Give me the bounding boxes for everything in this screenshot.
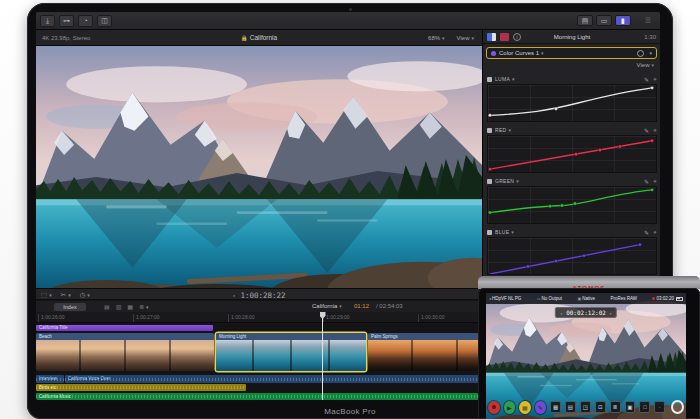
ruler-tick: 1:00:29:00 <box>323 314 350 322</box>
chevron-down-icon: ▾ <box>649 50 652 56</box>
monitor-tool-button-7[interactable]: □ <box>639 401 650 413</box>
chevron-down-icon: ▾ <box>146 304 149 310</box>
effect-color-dot-icon <box>491 51 496 56</box>
waveform <box>36 375 64 383</box>
curves-view-dropdown[interactable]: View▾ <box>637 62 654 68</box>
view-dropdown[interactable]: View▾ <box>457 35 474 41</box>
play-button[interactable]: ▶ <box>504 401 516 414</box>
chevron-down-icon: ▾ <box>541 50 544 56</box>
clip-appearance-icon[interactable]: ▤ <box>104 303 110 310</box>
inspector-header: i Morning Light 1:30 <box>483 30 660 44</box>
clip-thumbnails <box>216 340 366 371</box>
ruler-tick: 1:00:28:00 <box>228 314 255 322</box>
monitor-bezel: ◂HDpVF NL PG ▭No Output ▣Native ProRes R… <box>478 288 700 419</box>
dropper-icon[interactable]: ⌖ <box>653 127 657 134</box>
chevron-down-icon[interactable]: ▾ <box>508 127 511 133</box>
monitor-control-bar: ▶ ▦ ✎ ▦ ▤ ◳ ⊡ ≣ ▣ □ · <box>486 398 686 416</box>
import-button[interactable]: ⤓ <box>40 15 55 27</box>
record-button[interactable] <box>488 401 500 414</box>
waveform <box>36 384 246 391</box>
monitor-tool-button-1[interactable]: ▦ <box>550 401 561 413</box>
clip-height-dropdown[interactable]: ≣▾ <box>139 303 149 310</box>
playhead-timecode: • 1:00:28:22 <box>36 291 482 300</box>
monitor-tool-button-5[interactable]: ≣ <box>610 401 621 413</box>
camera-icon <box>349 8 352 11</box>
clip-thumbnails <box>36 340 214 371</box>
curve-section-blue: BLUE ▾ ✎⌖ <box>487 227 657 275</box>
blue-curve-graph[interactable] <box>487 237 657 275</box>
clip-appearance-icon[interactable]: ▦ <box>127 303 133 310</box>
red-curve-graph[interactable] <box>487 135 657 173</box>
browser-toggle-button[interactable]: ▤ <box>577 15 593 26</box>
timeline-toggle-button[interactable]: ▭ <box>596 15 612 26</box>
viewer-image <box>36 46 482 288</box>
chevron-down-icon: ▾ <box>442 35 445 41</box>
monitor-tool-button-6[interactable]: ▣ <box>625 401 636 413</box>
curve-section-green: GREEN ▾ ✎⌖ <box>487 176 657 224</box>
audio-clip-birds[interactable]: Birds etc <box>36 384 246 391</box>
chevron-left-icon[interactable]: ◂ <box>489 296 491 301</box>
dropper-icon[interactable]: ⌖ <box>653 178 657 185</box>
video-clip-morning-light[interactable]: Morning Light <box>216 333 366 371</box>
effect-reset-icon[interactable] <box>637 50 644 57</box>
monitor-tool-button-3[interactable]: ◳ <box>580 401 591 413</box>
keyword-button[interactable]: ⊶ <box>59 15 74 27</box>
title-clip[interactable]: California Title <box>36 325 213 331</box>
effects-browser-button[interactable]: ◫ <box>97 15 112 27</box>
display-mode[interactable]: Native <box>582 296 595 301</box>
zoom-level-dropdown[interactable]: 68%▾ <box>428 35 445 41</box>
eyedropper-icon[interactable]: ✎ <box>644 229 649 236</box>
color-inspector: i Morning Light 1:30 Color Curves 1 ▾ ▾ … <box>482 30 660 288</box>
monitor-tool-button-2[interactable]: ▤ <box>565 401 576 413</box>
output-icon: ▭ <box>537 296 541 301</box>
monitor-tool-button-8[interactable]: · <box>654 401 665 413</box>
video-clip-beach[interactable]: Beach <box>36 333 214 371</box>
luma-curve-graph[interactable] <box>487 84 657 122</box>
project-dropdown[interactable]: California▾ <box>312 303 342 309</box>
curve-section-red: RED ▾ ✎⌖ <box>487 125 657 173</box>
dropper-icon[interactable]: ⌖ <box>653 76 657 83</box>
viewer-canvas[interactable] <box>36 46 482 288</box>
playhead[interactable] <box>322 312 323 400</box>
edit-button[interactable]: ▦ <box>519 401 531 414</box>
eyedropper-icon[interactable]: ✎ <box>644 76 649 83</box>
project-total-time: / 02:54:03 <box>376 303 403 309</box>
chevron-down-icon[interactable]: ▾ <box>516 178 519 184</box>
background-tasks-button[interactable]: ◔ <box>78 15 93 27</box>
ruler-tick: 1:00:26:00 <box>38 314 65 322</box>
monitor-status-bar: ◂HDpVF NL PG ▭No Output ▣Native ProRes R… <box>486 293 686 304</box>
record-dot-icon <box>652 297 655 300</box>
eyedropper-icon[interactable]: ✎ <box>644 127 649 134</box>
chevron-down-icon[interactable]: ▾ <box>511 229 514 235</box>
monitor-tool-button-4[interactable]: ⊡ <box>595 401 606 413</box>
index-button[interactable]: Index <box>54 303 86 311</box>
chevron-down-icon[interactable]: ▾ <box>512 76 515 82</box>
monitor-timecode[interactable]: ◂ 00:02:12:02 ▸ <box>555 307 617 318</box>
monitor-ring-button[interactable] <box>671 400 684 414</box>
page: ⤓ ⊶ ◔ ◫ ▤ ▭ ▮ ⍐ 4K 23.98p, Stereo 🔒Calif… <box>0 0 700 419</box>
input-format[interactable]: HDpVF NL PG <box>492 296 521 301</box>
clip-appearance-icon[interactable]: ▥ <box>116 303 122 310</box>
output-status[interactable]: No Output <box>542 296 563 301</box>
record-time: 03:02:20 <box>656 296 674 301</box>
viewer-header: 4K 23.98p, Stereo 🔒California 68%▾ View▾ <box>36 30 482 46</box>
dropper-icon[interactable]: ⌖ <box>653 229 657 236</box>
field-monitor-device: ATOMOS ◂HDpVF NL PG ▭No Output ▣Native P… <box>478 276 700 419</box>
project-elapsed-time: 01:12 <box>354 303 369 309</box>
share-button[interactable]: ⍐ <box>642 15 654 26</box>
markup-button[interactable]: ✎ <box>535 401 547 414</box>
ruler-tick: 1:00:30:00 <box>418 314 445 322</box>
effect-dropdown[interactable]: Color Curves 1 ▾ ▾ <box>486 47 657 59</box>
eyedropper-icon[interactable]: ✎ <box>644 178 649 185</box>
monitor-screen[interactable]: ◂HDpVF NL PG ▭No Output ▣Native ProRes R… <box>486 293 686 419</box>
audio-clip-interview[interactable]: Interview <box>36 375 64 383</box>
codec-label[interactable]: ProRes RAW <box>610 296 637 301</box>
curve-section-luma: LUMA ▾ ✎⌖ <box>487 74 657 122</box>
viewer-title: 🔒California <box>36 34 482 41</box>
green-curve-graph[interactable] <box>487 186 657 224</box>
curve-color-dot-icon <box>487 179 492 184</box>
chevron-down-icon: ▾ <box>651 62 654 68</box>
lock-icon: 🔒 <box>241 35 248 41</box>
curve-color-dot-icon <box>487 77 492 82</box>
inspector-toggle-button[interactable]: ▮ <box>615 15 631 26</box>
